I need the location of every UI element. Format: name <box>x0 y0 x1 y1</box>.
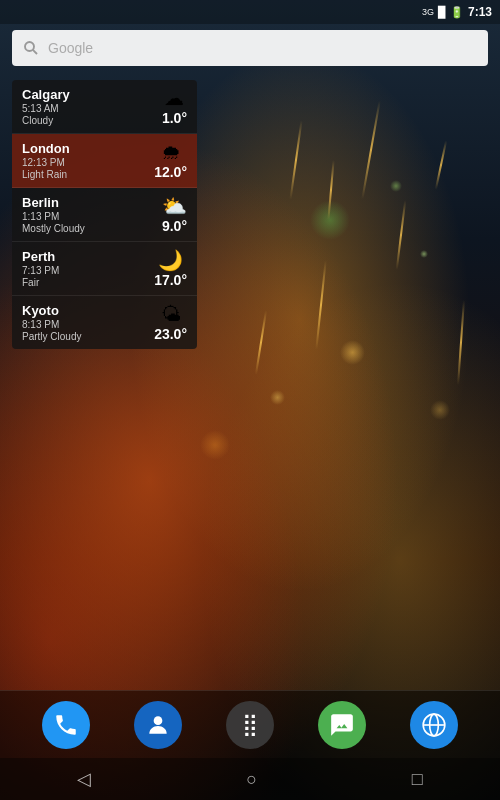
city-weather-kyoto: 🌤 23.0° <box>154 304 187 342</box>
city-info-london: London 12:13 PM Light Rain <box>22 141 70 180</box>
city-temp: 23.0° <box>154 326 187 342</box>
city-name: Perth <box>22 249 59 264</box>
dock-icon-messages[interactable] <box>318 701 366 749</box>
svg-line-1 <box>33 50 37 54</box>
city-condition: Cloudy <box>22 115 70 126</box>
weather-icon: ☁ <box>164 88 184 108</box>
status-bar: 3G ▉ 🔋 7:13 <box>0 0 500 24</box>
status-icons: 3G ▉ 🔋 7:13 <box>422 5 492 19</box>
apps-grid-icon: ⣿ <box>242 712 259 738</box>
city-weather-london: 🌧 12.0° <box>154 142 187 180</box>
signal-bars: ▉ <box>438 6 446 19</box>
search-placeholder: Google <box>48 40 93 56</box>
svg-point-2 <box>154 716 163 725</box>
city-time: 12:13 PM <box>22 157 70 168</box>
weather-widget: Calgary 5:13 AM Cloudy ☁ 1.0° London 12:… <box>12 80 197 349</box>
weather-icon: ⛅ <box>162 196 187 216</box>
city-temp: 17.0° <box>154 272 187 288</box>
contacts-icon <box>145 712 171 738</box>
city-time: 5:13 AM <box>22 103 70 114</box>
dock-icon-apps[interactable]: ⣿ <box>226 701 274 749</box>
back-button[interactable]: ◁ <box>77 768 91 790</box>
weather-icon: 🌤 <box>161 304 181 324</box>
city-condition: Fair <box>22 277 59 288</box>
city-condition: Light Rain <box>22 169 70 180</box>
dock: ⣿ <box>0 690 500 758</box>
city-name: Kyoto <box>22 303 81 318</box>
city-time: 1:13 PM <box>22 211 85 222</box>
city-name: Berlin <box>22 195 85 210</box>
weather-icon: 🌧 <box>161 142 181 162</box>
city-info-calgary: Calgary 5:13 AM Cloudy <box>22 87 70 126</box>
status-time: 7:13 <box>468 5 492 19</box>
city-time: 8:13 PM <box>22 319 81 330</box>
search-bar[interactable]: Google <box>12 30 488 66</box>
dock-icon-contacts[interactable] <box>134 701 182 749</box>
nav-bar: ◁ ○ □ <box>0 758 500 800</box>
weather-row-perth[interactable]: Perth 7:13 PM Fair 🌙 17.0° <box>12 242 197 296</box>
city-temp: 9.0° <box>162 218 187 234</box>
city-temp: 1.0° <box>162 110 187 126</box>
city-info-berlin: Berlin 1:13 PM Mostly Cloudy <box>22 195 85 234</box>
messages-icon <box>329 712 355 738</box>
city-weather-calgary: ☁ 1.0° <box>162 88 187 126</box>
city-name: London <box>22 141 70 156</box>
city-temp: 12.0° <box>154 164 187 180</box>
city-time: 7:13 PM <box>22 265 59 276</box>
weather-icon: 🌙 <box>158 250 183 270</box>
city-weather-berlin: ⛅ 9.0° <box>162 196 187 234</box>
home-button[interactable]: ○ <box>246 769 257 790</box>
battery-icon: 🔋 <box>450 6 464 19</box>
recents-button[interactable]: □ <box>412 769 423 790</box>
weather-row-kyoto[interactable]: Kyoto 8:13 PM Partly Cloudy 🌤 23.0° <box>12 296 197 349</box>
city-name: Calgary <box>22 87 70 102</box>
search-icon <box>22 39 40 57</box>
city-info-perth: Perth 7:13 PM Fair <box>22 249 59 288</box>
city-condition: Partly Cloudy <box>22 331 81 342</box>
signal-indicator: 3G <box>422 7 434 17</box>
dock-icon-browser[interactable] <box>410 701 458 749</box>
city-weather-perth: 🌙 17.0° <box>154 250 187 288</box>
browser-icon <box>421 712 447 738</box>
weather-row-berlin[interactable]: Berlin 1:13 PM Mostly Cloudy ⛅ 9.0° <box>12 188 197 242</box>
dock-icon-phone[interactable] <box>42 701 90 749</box>
weather-row-london[interactable]: London 12:13 PM Light Rain 🌧 12.0° <box>12 134 197 188</box>
phone-icon <box>53 712 79 738</box>
city-condition: Mostly Cloudy <box>22 223 85 234</box>
svg-point-0 <box>25 42 34 51</box>
city-info-kyoto: Kyoto 8:13 PM Partly Cloudy <box>22 303 81 342</box>
weather-row-calgary[interactable]: Calgary 5:13 AM Cloudy ☁ 1.0° <box>12 80 197 134</box>
